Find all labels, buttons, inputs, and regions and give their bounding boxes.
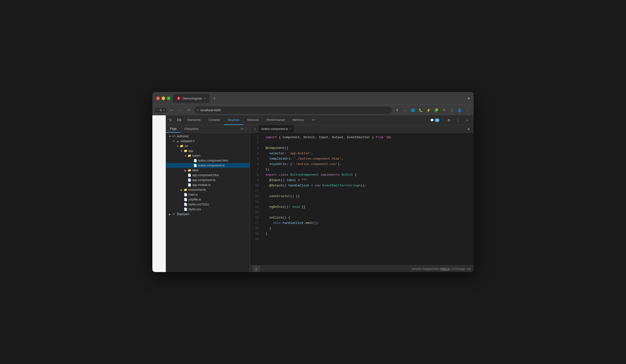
inspect-element-button[interactable] (166, 116, 174, 124)
list-item[interactable]: ▼ ☁ webpack:// (166, 139, 250, 144)
zoom-plus[interactable]: + (163, 109, 165, 112)
line-num: 17 (250, 220, 259, 226)
ext1-button[interactable]: 🌐 (409, 107, 416, 114)
expand-arrow-icon: ▼ (168, 134, 172, 138)
css-file-icon: 📄 (184, 202, 187, 206)
list-item[interactable]: 📄 app.module.ts (166, 182, 250, 187)
code-line: import { Component, OnInit, Input, Outpu… (266, 135, 470, 140)
new-tab-button[interactable]: + (211, 95, 218, 102)
source-link[interactable]: main.js (440, 267, 450, 271)
pretty-print-button[interactable]: {} (253, 266, 260, 272)
toolbar-separator (443, 118, 443, 123)
list-item[interactable]: 📄 app.component.html (166, 173, 250, 178)
zoom-minus[interactable]: − (157, 109, 158, 112)
ts-file-icon: 📄 (193, 164, 197, 167)
minimize-button[interactable] (162, 97, 165, 100)
sidebar-collapse-button[interactable]: ◁ (251, 126, 258, 132)
settings-button[interactable]: ⚙ (445, 116, 453, 124)
svg-rect-1 (180, 119, 181, 121)
back-button[interactable]: ← (168, 107, 175, 114)
line-num: 11 (250, 188, 259, 194)
bookmark-button[interactable]: ☆ (402, 107, 408, 114)
more-options-button[interactable]: ⋮ (454, 116, 462, 124)
device-toolbar-button[interactable] (175, 116, 183, 124)
list-item[interactable]: ▼ </> Authored (166, 134, 250, 139)
tab-network[interactable]: Network (243, 115, 263, 125)
file-tree: ▼ </> Authored ▼ ☁ webpack:// (166, 133, 250, 272)
line-num: 4 (250, 151, 259, 156)
line-num: 1 (250, 135, 259, 140)
tab-title: DemoAngular (183, 97, 202, 100)
list-item[interactable]: 📄 button.component.ts (166, 163, 250, 168)
webpack-label: webpack:// (181, 140, 195, 143)
styles-css-plain-label: styles.css (188, 208, 201, 211)
sources-tab-page[interactable]: Page (166, 125, 181, 133)
list-item[interactable]: ▶ ⚙ Deployed (166, 212, 250, 217)
styles-css-label: styles.css?231c (188, 203, 209, 206)
code-line: }) (266, 167, 470, 172)
list-item[interactable]: 📄 polyfills.ts (166, 197, 250, 202)
browser-tab[interactable]: A DemoAngular × (173, 94, 209, 103)
list-item[interactable]: 📄 styles.css (166, 207, 250, 212)
ts-file-icon: 📄 (184, 193, 187, 197)
close-devtools-button[interactable]: × (464, 116, 471, 124)
sources-tab-bar: Page Filesystem >> ⋮ (166, 125, 250, 133)
reload-button[interactable]: ↻ (186, 107, 193, 114)
code-icon: </> (172, 134, 176, 138)
tab-performance[interactable]: Performance (263, 115, 288, 125)
polyfills-label: polyfills.ts (188, 198, 201, 201)
deployed-label: Deployed (177, 212, 189, 216)
ext6-button[interactable]: ◫ (448, 107, 455, 114)
close-button[interactable] (156, 97, 160, 100)
editor-tab-button-component-ts[interactable]: button.component.ts × (259, 125, 295, 133)
code-line: @Input () label = "?" (266, 178, 470, 183)
ts-file-icon: 📄 (184, 198, 187, 201)
button-ts-label: button.component.ts (198, 164, 225, 167)
tab-options-button[interactable]: ⋮ (245, 127, 248, 131)
list-item[interactable]: ▼ 📁 src (166, 144, 250, 148)
editor-tab-right: ▶ (466, 126, 474, 132)
label-folder-label: label (192, 169, 198, 172)
notification-badge: 1 (435, 118, 439, 122)
line-num: 15 (250, 210, 259, 215)
notification-button[interactable]: 💬 1 (428, 117, 441, 123)
tab-console[interactable]: Console (204, 115, 224, 125)
list-item[interactable]: ▶ 📁 label (166, 168, 250, 173)
tab-more[interactable]: >> (308, 115, 319, 125)
list-item[interactable]: 📄 button.component.html (166, 158, 250, 163)
list-item[interactable]: ▼ 📁 button (166, 153, 250, 158)
address-text: localhost:4200 (200, 108, 221, 112)
code-line: @Output () handleClick = new EventEmitte… (266, 183, 470, 188)
code-line: @Component ({ (266, 146, 470, 151)
list-item[interactable]: ▼ 📁 app (166, 148, 250, 153)
avatar-button[interactable]: 👤 (456, 107, 463, 114)
more-tabs-button[interactable]: >> (240, 127, 244, 131)
list-item[interactable]: 📄 app.component.ts (166, 178, 250, 182)
tab-close-button[interactable]: × (204, 96, 206, 100)
maximize-button[interactable] (167, 97, 170, 100)
sources-tab-filesystem[interactable]: Filesystem (181, 125, 202, 133)
status-bar-right: (source mapped from main.js ) Coverage: … (412, 267, 471, 271)
ext5-button[interactable]: ⚗ (440, 107, 447, 114)
ext2-button[interactable]: 🐛 (417, 107, 424, 114)
ext4-button[interactable]: 🧩 (433, 107, 439, 114)
code-lines[interactable]: import { Component, OnInit, Input, Outpu… (262, 133, 474, 265)
expand-arrow-icon: ▼ (180, 149, 184, 153)
tab-elements[interactable]: Elements (184, 115, 204, 125)
menu-button[interactable]: ⋮ (464, 107, 471, 114)
forward-button[interactable]: → (177, 107, 184, 114)
code-line (266, 237, 470, 242)
window-dropdown-button[interactable]: ▾ (468, 96, 470, 101)
address-bar[interactable]: ℹ localhost:4200 (195, 107, 392, 114)
ext3-button[interactable]: ⚡ (425, 107, 432, 114)
collapse-editor-button[interactable]: ▶ (466, 126, 472, 132)
share-button[interactable]: ⬆ (394, 107, 401, 114)
editor-tab-close-button[interactable]: × (290, 127, 291, 131)
list-item[interactable]: 📄 styles.css?231c (166, 202, 250, 207)
list-item[interactable]: ▶ 📁 environments (166, 187, 250, 192)
tab-memory[interactable]: Memory (289, 115, 308, 125)
line-num: 20 (250, 237, 259, 242)
list-item[interactable]: 📄 main.ts (166, 192, 250, 197)
tab-sources[interactable]: Sources (224, 115, 243, 125)
code-line: selector : 'app-button' , (266, 151, 470, 156)
